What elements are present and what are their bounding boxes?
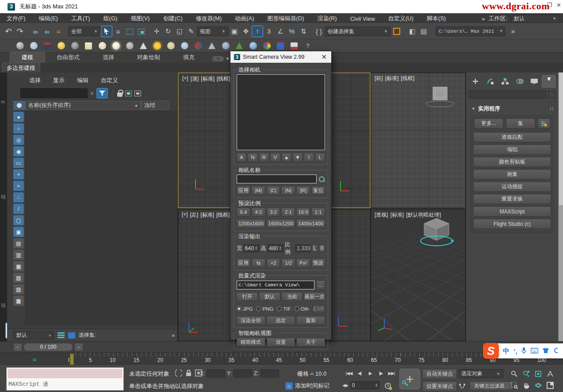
display-materials-icon[interactable]: ▥: [13, 250, 24, 260]
punctuation-icon[interactable]: ’,: [513, 347, 517, 355]
time-slider-marker[interactable]: [70, 354, 74, 365]
toolbar-overflow-icon[interactable]: »: [507, 26, 519, 37]
hierarchy-tab[interactable]: [498, 75, 512, 88]
format-radio[interactable]: PNG: [256, 306, 275, 312]
region-render-icon[interactable]: [276, 41, 285, 51]
ratio-button[interactable]: 3:2: [267, 208, 280, 217]
current-frame-field[interactable]: 0▲▼: [350, 381, 379, 389]
toolbox-icon[interactable]: [553, 347, 558, 355]
explorer-menu-item[interactable]: 选择: [26, 76, 44, 84]
microphone-icon[interactable]: [521, 347, 527, 355]
sphere-blue-icon[interactable]: [248, 41, 258, 51]
cone-icon[interactable]: [138, 41, 148, 51]
render-output-button[interactable]: 预设: [311, 259, 325, 267]
camera-list-button[interactable]: I: [304, 153, 314, 162]
viewport-label[interactable]: [透视]: [375, 211, 388, 219]
menu-item[interactable]: Civil View: [344, 14, 382, 23]
field-of-view-icon[interactable]: [544, 368, 556, 379]
light-lister-icon[interactable]: [56, 41, 66, 51]
viewport-label[interactable]: [标准]: [201, 75, 214, 83]
utility-button[interactable]: 重置变换: [473, 194, 551, 204]
zoom-extents-icon[interactable]: [532, 368, 544, 379]
angle-snap-icon[interactable]: ∠: [275, 26, 286, 37]
ratio-button[interactable]: 2:1: [281, 208, 295, 217]
camera-list-button[interactable]: N: [248, 153, 257, 162]
project-folder-dropdown[interactable]: C:\Users\… Max 2021▼: [436, 27, 506, 36]
layer-list-icon[interactable]: [57, 332, 65, 339]
go-to-end-button[interactable]: ▶▶|: [387, 369, 396, 378]
maximize-viewport-icon[interactable]: [544, 380, 556, 391]
language-mode-icon[interactable]: 中: [503, 347, 509, 355]
smart-view-button[interactable]: 设置: [267, 338, 295, 346]
viewport-label[interactable]: [左]: [190, 211, 199, 219]
ratio-button[interactable]: 5:4: [237, 208, 250, 217]
select-move-icon[interactable]: ✛: [151, 26, 162, 37]
grass-icon[interactable]: [234, 41, 244, 51]
undo-icon[interactable]: ↶: [3, 26, 14, 37]
display-xrefs-icon[interactable]: ▤: [13, 238, 24, 248]
camera-name-button[interactable]: |M|: [252, 186, 265, 195]
rect-selection-region-icon[interactable]: [124, 26, 135, 37]
mini-curve-editor-icon[interactable]: ≈: [29, 354, 40, 365]
lock-ratio-button[interactable]: L: [312, 244, 318, 252]
select-link-icon[interactable]: ∞: [30, 26, 41, 37]
scene-cube[interactable]: [419, 216, 459, 251]
menu-item[interactable]: 创建(C): [157, 14, 189, 23]
menu-item[interactable]: 文件(F): [0, 14, 32, 23]
modify-tab[interactable]: [483, 75, 497, 88]
camera-list-button[interactable]: L: [315, 153, 325, 162]
notes-icon[interactable]: [289, 41, 299, 51]
batch-action-button[interactable]: 渲染全部: [237, 316, 265, 325]
resolution-button[interactable]: 1400x1400: [296, 219, 325, 228]
resolution-button[interactable]: 1600x1200: [267, 219, 295, 228]
viewport-label[interactable]: [默认明暗处理]: [406, 211, 441, 219]
display-frozen-icon[interactable]: ▦: [13, 261, 24, 271]
camera-listbox[interactable]: [237, 74, 325, 150]
render-output-button[interactable]: Px¹: [296, 259, 310, 267]
egg-icon[interactable]: [166, 41, 176, 51]
height-spinner[interactable]: 480▲▼: [268, 244, 283, 252]
utilities-tab[interactable]: [542, 75, 555, 88]
select-scale-icon[interactable]: ◱: [174, 26, 185, 37]
camera-list-button[interactable]: ▲: [282, 153, 291, 162]
viewport-label[interactable]: [标准]: [391, 211, 404, 219]
display-spacewarps-icon[interactable]: ≈: [13, 181, 24, 191]
footer-overflow-icon[interactable]: »: [172, 332, 175, 339]
display-shapes-icon[interactable]: ▨: [13, 284, 24, 294]
dialog-close-icon[interactable]: ✕: [321, 53, 327, 61]
go-to-start-button[interactable]: |◀◀: [344, 369, 354, 378]
format-radio[interactable]: JPG: [237, 306, 254, 312]
menu-item[interactable]: 图形编辑器(D): [261, 14, 311, 23]
set-key-button[interactable]: 设置关键点: [422, 381, 457, 392]
menu-item[interactable]: 动画(A): [228, 14, 260, 23]
batch-action-button[interactable]: 选定: [267, 316, 295, 325]
close-window-icon[interactable]: ✕: [556, 2, 561, 8]
key-filters-button[interactable]: 关键点过滤器...: [470, 381, 513, 391]
utility-button[interactable]: 颜色剪贴板: [473, 157, 551, 167]
workspace-dropdown[interactable]: 默认▼: [511, 15, 559, 23]
display-selection-icon[interactable]: ▩: [13, 296, 24, 306]
reference-coordinate-dropdown[interactable]: 视图▼: [197, 27, 229, 36]
resolution-button[interactable]: 1200x1600: [237, 219, 265, 228]
maxscript-mini-listener[interactable]: MAXScript 迷: [6, 367, 124, 391]
ratio-button[interactable]: 16:9: [296, 208, 310, 217]
menu-item[interactable]: 脚本(S): [420, 14, 452, 23]
restore-window-icon[interactable]: ❐: [547, 2, 552, 8]
dialog-title-bar[interactable]: 3 Smart Camera View 2.99 ✕: [230, 51, 331, 63]
play-button[interactable]: ▶: [365, 369, 375, 378]
viewport-label[interactable]: [标准]: [385, 75, 399, 82]
camera-name-input[interactable]: [237, 175, 317, 183]
help-icon[interactable]: ?: [303, 41, 313, 51]
create-tab[interactable]: [469, 75, 483, 88]
previous-frame-slider-button[interactable]: ‹: [13, 343, 22, 351]
display-geometry-icon[interactable]: ○: [13, 123, 24, 133]
align-icon[interactable]: ◧: [406, 26, 418, 37]
viewport-label[interactable]: [线框]: [217, 75, 230, 83]
object-color-swatch[interactable]: [548, 91, 555, 98]
lock-icon[interactable]: [117, 92, 123, 97]
batch-path-button[interactable]: 最后一次: [304, 292, 325, 301]
utility-button[interactable]: MAXScript: [473, 206, 551, 217]
utility-button[interactable]: 测量: [473, 169, 551, 179]
utility-button[interactable]: 运动捕捉: [473, 182, 551, 192]
layer-manager-icon[interactable]: ▤: [418, 26, 429, 37]
